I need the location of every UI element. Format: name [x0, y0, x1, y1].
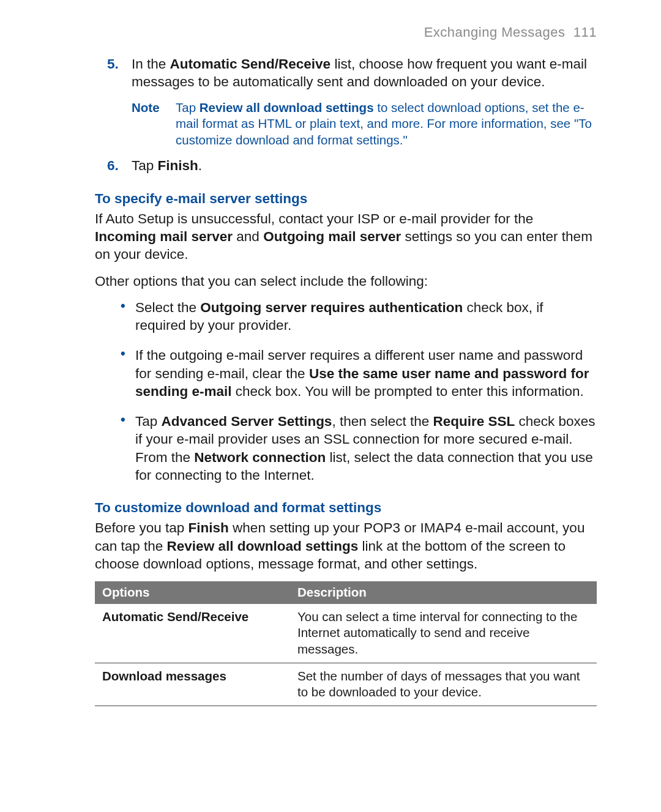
bold-text: Advanced Server Settings	[162, 414, 332, 429]
text: In the	[132, 56, 170, 72]
bold-text: Incoming mail server	[95, 229, 233, 244]
text: If Auto Setup is unsuccessful, contact y…	[95, 211, 533, 226]
bold-text: Outgoing mail server	[263, 229, 401, 244]
table-header-row: Options Description	[95, 581, 597, 604]
bold-text: Require SSL	[433, 414, 515, 429]
bold-text: Finish	[158, 158, 198, 173]
text: Tap	[135, 414, 162, 429]
step-number: 6.	[107, 157, 132, 174]
step-number: 5.	[107, 55, 132, 91]
text: .	[198, 158, 202, 173]
step-text: In the Automatic Send/Receive list, choo…	[132, 55, 597, 91]
bold-text: Review all download settings	[167, 538, 359, 554]
paragraph: Before you tap Finish when setting up yo…	[95, 519, 597, 573]
page: Exchanging Messages 111 5. In the Automa…	[0, 0, 661, 812]
step-5: 5. In the Automatic Send/Receive list, c…	[95, 55, 597, 91]
note-text: Tap Review all download settings to sele…	[176, 100, 597, 149]
heading-server-settings: To specify e-mail server settings	[95, 190, 597, 207]
list-item: Tap Advanced Server Settings, then selec…	[121, 412, 597, 484]
text: check box. You will be prompted to enter…	[232, 384, 584, 399]
text: and	[233, 229, 263, 244]
bold-text: Outgoing server requires authentication	[200, 300, 463, 315]
text: Tap	[132, 158, 158, 173]
bold-text: Review all download settings	[200, 100, 374, 114]
page-number: 111	[573, 24, 597, 40]
bold-text: Finish	[189, 520, 229, 535]
option-description: You can select a time interval for conne…	[290, 604, 597, 663]
list-item: If the outgoing e-mail server requires a…	[121, 346, 597, 400]
option-description: Set the number of days of messages that …	[290, 663, 597, 706]
heading-customize-settings: To customize download and format setting…	[95, 499, 597, 516]
option-name: Download messages	[95, 663, 290, 706]
paragraph: Other options that you can select includ…	[95, 272, 597, 290]
bold-text: Network connection	[194, 450, 326, 465]
text: Before you tap	[95, 520, 189, 535]
running-header: Exchanging Messages 111	[0, 24, 661, 40]
paragraph: If Auto Setup is unsuccessful, contact y…	[95, 210, 597, 264]
bold-text: Automatic Send/Receive	[170, 56, 331, 72]
text: , then select the	[332, 414, 433, 429]
options-table: Options Description Automatic Send/Recei…	[95, 581, 597, 706]
note-label: Note	[132, 100, 171, 149]
section-title: Exchanging Messages	[424, 24, 566, 40]
page-content: 5. In the Automatic Send/Receive list, c…	[0, 55, 661, 706]
table-header-description: Description	[290, 581, 597, 604]
option-name: Automatic Send/Receive	[95, 604, 290, 663]
list-item: Select the Outgoing server requires auth…	[121, 299, 597, 335]
step-6: 6. Tap Finish.	[95, 157, 597, 174]
note-block: Note Tap Review all download settings to…	[95, 100, 597, 149]
bullet-list: Select the Outgoing server requires auth…	[95, 299, 597, 484]
text: Select the	[135, 300, 200, 315]
table-row: Automatic Send/Receive You can select a …	[95, 604, 597, 663]
table-row: Download messages Set the number of days…	[95, 663, 597, 706]
table-header-options: Options	[95, 581, 290, 604]
text: Tap	[176, 100, 200, 114]
step-text: Tap Finish.	[132, 157, 597, 174]
